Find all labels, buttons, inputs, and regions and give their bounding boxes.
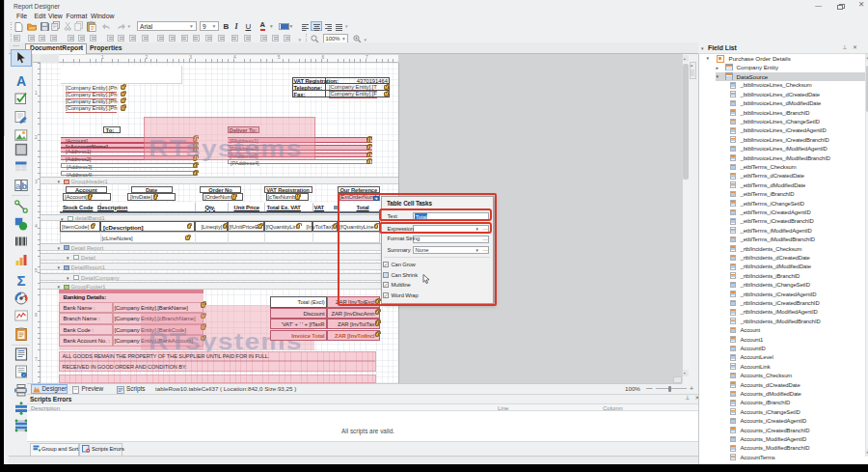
svg-text:A: A bbox=[15, 73, 25, 87]
svg-text:b: b bbox=[21, 180, 27, 190]
svg-text:Σ: Σ bbox=[16, 273, 25, 287]
svg-text:a: a bbox=[15, 180, 20, 190]
